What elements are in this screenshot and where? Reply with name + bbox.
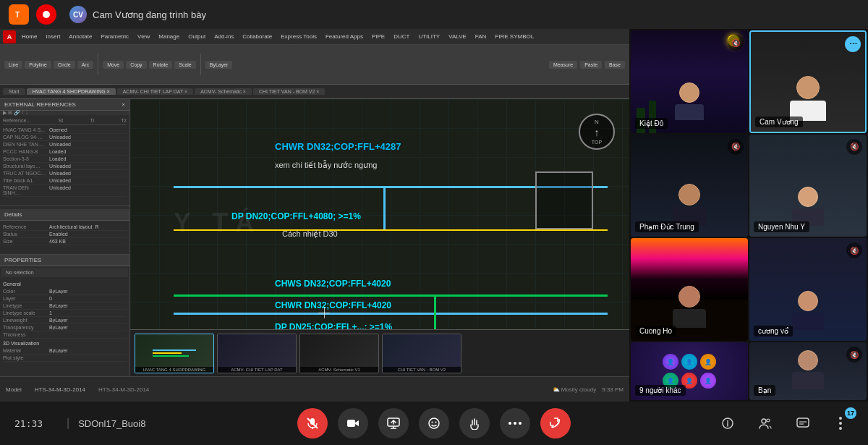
video-nine-others[interactable]: 👤 👤 👤 👤 👤 👤 9 người khác xyxy=(631,342,748,400)
ribbon-tool[interactable]: Polyline xyxy=(25,61,51,69)
thumb-hvac[interactable]: HVAC TANG 4 SHOPDRAWING xyxy=(135,334,214,373)
file-tab-acmv2[interactable]: ACMV- Schematic × xyxy=(195,88,252,95)
ribbon-tool[interactable]: Line xyxy=(4,61,22,69)
end-call-button[interactable] xyxy=(534,402,576,444)
file-tab-acmv1[interactable]: ACMV- CHI TIET LAP DAT × xyxy=(117,88,193,95)
call-controls xyxy=(297,408,571,438)
person-cam xyxy=(790,76,826,121)
video-cuong-vo[interactable]: 🔇 cương vổ xyxy=(749,238,867,341)
menu-fire[interactable]: FIRE SYMBOL xyxy=(492,33,537,40)
svg-point-11 xyxy=(435,422,437,423)
ribbon-tool[interactable]: Base xyxy=(605,61,625,69)
video-cuong-ho[interactable]: Cuong Ho xyxy=(631,238,748,341)
svg-point-18 xyxy=(762,419,766,423)
menu-collaborate[interactable]: Collaborate xyxy=(239,33,275,40)
menu-fan[interactable]: FAN xyxy=(472,33,490,40)
ref-row[interactable]: TRAN DEN SINH…Unloaded xyxy=(3,185,127,197)
person-kiet xyxy=(675,82,704,120)
menu-featured[interactable]: Featured Apps xyxy=(323,33,366,40)
details-content: ReferenceArchitectural layout_R StatusEn… xyxy=(0,221,129,248)
video-button[interactable] xyxy=(338,408,368,438)
ribbon-tool[interactable]: Circle xyxy=(54,61,75,69)
video-cam-vuong[interactable]: ⋯ Cam Vương xyxy=(749,30,867,133)
autocad-menu-bar[interactable]: A Home Insert Annotate Parametric View M… xyxy=(0,29,629,45)
ref-row[interactable]: Title block A1Unloaded xyxy=(3,177,127,185)
file-tab-hvac[interactable]: HVAC TANG 4 SHOPDRAWING × xyxy=(27,88,116,95)
participants-button[interactable] xyxy=(752,410,778,436)
screen-share-button[interactable] xyxy=(378,408,409,438)
person-ban xyxy=(792,350,824,389)
video-pham[interactable]: 🔇 Phạm Đức Trung xyxy=(631,135,748,237)
thumb-schematic[interactable]: ACMV- Schematic V1 xyxy=(299,334,379,373)
weather-status: ⛅ Mostly cloudy xyxy=(553,386,597,393)
video-nguyen[interactable]: 🔇 Nguyen Nhu Y xyxy=(749,135,867,237)
svg-text:T: T xyxy=(15,11,20,19)
shirt-kiet xyxy=(675,104,704,120)
svg-point-13 xyxy=(514,422,516,425)
more-options-button[interactable] xyxy=(500,408,530,438)
file-tab-chitiet[interactable]: CHI TIET VAN - BOM V2 × xyxy=(253,88,325,95)
annotation-chwr1: CHWR DN32;COP:FFL+4287 xyxy=(275,141,401,152)
ref-row[interactable]: Section-3-8Loaded xyxy=(3,156,127,163)
autocad-window: A Home Insert Annotate Parametric View M… xyxy=(0,29,629,402)
ref-row[interactable]: Structural layo…Unloaded xyxy=(3,163,127,170)
file-tab-start[interactable]: Start xyxy=(3,88,25,95)
north-indicator: N ↑ TOP xyxy=(579,114,615,150)
ribbon-right: Measure Paste Base xyxy=(549,61,625,69)
menu-home[interactable]: Home xyxy=(19,33,40,40)
ref-row[interactable]: CAP NLOG 94-…Unloaded xyxy=(3,134,127,141)
menu-express[interactable]: Express Tools xyxy=(278,33,320,40)
ribbon-tool[interactable]: ByLayer xyxy=(205,61,233,69)
menu-utility[interactable]: UTILITY xyxy=(415,33,443,40)
menu-view[interactable]: View xyxy=(135,33,153,40)
menu-insert[interactable]: Insert xyxy=(43,33,63,40)
chat-button[interactable]: 17 xyxy=(790,410,816,436)
thumb-label-hvac: HVAC TANG 4 SHOPDRAWING xyxy=(135,367,213,373)
svg-point-10 xyxy=(432,422,433,423)
ribbon-tool[interactable]: Copy xyxy=(126,61,146,69)
menu-parametric[interactable]: Parametric xyxy=(98,33,132,40)
menu-duct[interactable]: DUCT xyxy=(391,33,412,40)
ribbon-tool[interactable]: Measure xyxy=(549,61,577,69)
name-tag-ban: Bạn xyxy=(754,385,775,396)
shirt-cuong-vo xyxy=(792,313,824,330)
ribbon-tool[interactable]: Move xyxy=(103,61,124,69)
emoji-button[interactable] xyxy=(419,408,449,438)
pipe-dp-line xyxy=(174,229,608,231)
call-separator: | xyxy=(67,417,69,430)
teams-icon: T xyxy=(9,4,29,25)
call-meeting-id: SDOnl17_Buoi8 xyxy=(78,418,145,429)
menu-pipe[interactable]: PIPE xyxy=(369,33,388,40)
video-kiet-do[interactable]: 🔇 Kiệt Đô xyxy=(631,30,748,133)
menu-valve[interactable]: VALVE xyxy=(446,33,469,40)
more-options-cam[interactable]: ⋯ xyxy=(845,36,861,52)
main-content: A Home Insert Annotate Parametric View M… xyxy=(0,29,868,402)
menu-addins[interactable]: Add-ins xyxy=(211,33,237,40)
person-cuong-ho xyxy=(673,286,706,328)
ref-row[interactable]: DIEN NHE TAN…Unloaded xyxy=(3,141,127,148)
autocad-icon: A xyxy=(3,30,16,43)
raise-hand-button[interactable] xyxy=(459,408,490,438)
ribbon-divider xyxy=(98,54,98,75)
ref-row[interactable]: PCCC HANG-8Loaded xyxy=(3,148,127,156)
ribbon-tool[interactable]: Rotate xyxy=(149,61,173,69)
pipe-chws-line xyxy=(174,294,608,297)
ref-row[interactable]: HVAC TANG 4 S...Opened xyxy=(3,127,127,134)
video-ban[interactable]: 🔇 Bạn xyxy=(749,342,867,400)
menu-annotate[interactable]: Annotate xyxy=(66,33,95,40)
ribbon-tool[interactable]: Arc xyxy=(77,61,94,69)
thumb-chitiet[interactable]: ACMV- CHI TIET LAP DAT xyxy=(217,334,297,373)
menu-output[interactable]: Output xyxy=(185,33,208,40)
ribbon-draw-tools: Line Polyline Circle Arc Move Copy Rotat… xyxy=(4,54,232,75)
info-button[interactable] xyxy=(715,410,741,436)
record-button[interactable] xyxy=(36,4,56,25)
ribbon-tool[interactable]: Scale xyxy=(174,61,196,69)
ref-row[interactable]: TRUC AT NGOC…Unloaded xyxy=(3,170,127,177)
mic-button[interactable] xyxy=(297,408,328,438)
no-selection: No selection xyxy=(1,268,128,277)
model-label[interactable]: Model xyxy=(6,386,22,393)
annotation-chws: CHWS DN32;COP:FFL+4020 xyxy=(275,279,391,289)
menu-manage[interactable]: Manage xyxy=(156,33,182,40)
ribbon-tool[interactable]: Paste xyxy=(580,61,602,69)
thumb-bom[interactable]: CHI TIET VAN - BOM V2 xyxy=(382,334,461,373)
